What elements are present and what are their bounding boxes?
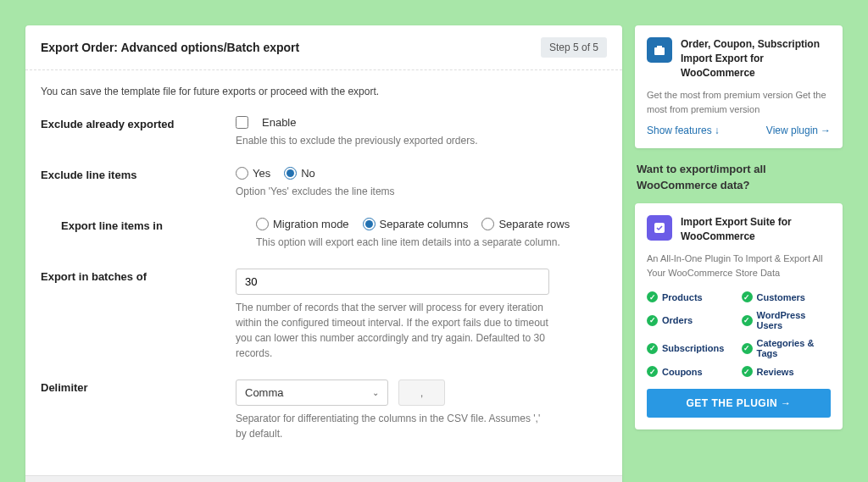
check-icon: ✓ bbox=[647, 315, 658, 326]
check-icon: ✓ bbox=[647, 343, 658, 354]
arrow-right-icon: → bbox=[821, 125, 831, 136]
promo-question: Want to export/import all WooCommerce da… bbox=[635, 158, 843, 192]
delimiter-preview: , bbox=[398, 380, 445, 406]
features-grid: ✓Products ✓Customers ✓Orders ✓WordPress … bbox=[647, 291, 831, 377]
field-exclude-line: Exclude line items Yes No Option 'Yes' e… bbox=[41, 167, 607, 199]
arrow-down-icon: ↓ bbox=[715, 125, 720, 136]
intro-text: You can save the template file for futur… bbox=[41, 86, 607, 97]
view-plugin-link[interactable]: View plugin→ bbox=[766, 125, 831, 136]
suite-icon bbox=[647, 215, 672, 241]
package-icon bbox=[647, 37, 672, 63]
sidebar: Order, Coupon, Subscription Import Expor… bbox=[635, 25, 843, 482]
enable-checkbox[interactable] bbox=[236, 116, 248, 129]
footer-actions: ‹Back Save template Export bbox=[25, 475, 622, 482]
check-icon: ✓ bbox=[647, 291, 658, 302]
radio-no[interactable] bbox=[284, 167, 297, 180]
radio-separate-rows[interactable] bbox=[481, 218, 494, 230]
field-exclude-exported: Exclude already exported Enable Enable t… bbox=[41, 116, 607, 148]
show-features-link[interactable]: Show features↓ bbox=[647, 125, 720, 136]
page-title: Export Order: Advanced options/Batch exp… bbox=[41, 41, 299, 54]
field-export-line: Export line items in Migration mode Sepa… bbox=[41, 218, 607, 250]
suite-card: Import Export Suite for WooCommerce An A… bbox=[635, 203, 843, 430]
check-icon: ✓ bbox=[742, 291, 753, 302]
get-plugin-button[interactable]: GET THE PLUGIN → bbox=[647, 389, 831, 418]
field-batches: Export in batches of The number of recor… bbox=[41, 269, 607, 361]
svg-rect-0 bbox=[654, 47, 665, 55]
field-delimiter: Delimiter Comma⌄ , Separator for differe… bbox=[41, 380, 607, 441]
delimiter-select[interactable]: Comma⌄ bbox=[236, 380, 388, 406]
panel-header: Export Order: Advanced options/Batch exp… bbox=[25, 25, 622, 70]
check-icon: ✓ bbox=[742, 343, 753, 354]
check-icon: ✓ bbox=[742, 315, 753, 326]
radio-separate-cols[interactable] bbox=[363, 218, 376, 230]
premium-card: Order, Coupon, Subscription Import Expor… bbox=[635, 25, 843, 148]
radio-yes[interactable] bbox=[236, 167, 248, 180]
check-icon: ✓ bbox=[647, 366, 658, 377]
check-icon: ✓ bbox=[742, 366, 753, 377]
chevron-down-icon: ⌄ bbox=[372, 388, 379, 397]
batches-input[interactable] bbox=[236, 269, 549, 295]
radio-migration[interactable] bbox=[256, 218, 269, 230]
main-panel: Export Order: Advanced options/Batch exp… bbox=[25, 25, 622, 482]
step-badge: Step 5 of 5 bbox=[541, 37, 607, 58]
